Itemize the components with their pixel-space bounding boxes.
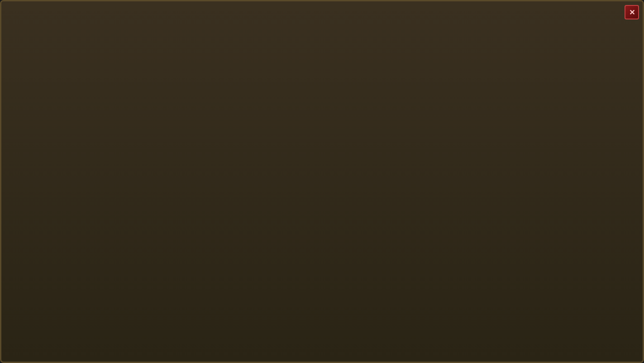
dungeons-category-card: Dungeons — [10, 122, 186, 192]
dungeons-slot-3-title: Complete 8 Heroic, Mythic, or Timewalkin… — [510, 127, 626, 134]
dungeons-slot-1-ilvl: (519 Myth) +8 — [247, 181, 279, 188]
raids-label: Raids — [17, 48, 42, 60]
lock-icon — [252, 79, 274, 100]
pvp-category-card: PvP — [10, 202, 186, 272]
svg-rect-31 — [562, 251, 563, 253]
dungeons-slot-2-ilvl: (519 Myth) +8 — [396, 181, 429, 188]
raids-slot-2-title: Defeat 4 Awakened Raid Bosses — [361, 47, 428, 54]
dungeons-slot-1-header: Complete 1 Heroic, Mythic, or Timewalkin… — [191, 123, 334, 147]
svg-point-2 — [96, 89, 100, 92]
svg-rect-28 — [412, 251, 413, 253]
pvp-lock-icon-3 — [551, 238, 573, 260]
great-vault-window: ✕ Add items to the Great Vault by comple… — [0, 0, 644, 363]
pvp-lock-icon-2 — [401, 238, 423, 260]
pvp-background — [10, 203, 185, 271]
pvp-reward-slots: Earn 1250 Honor from Rated PvP or Battle… — [191, 202, 634, 272]
raids-slot-2-progress: 0/4 — [472, 102, 479, 109]
pvp-slot-3-inner: Earn 5000 Honor from Rated PvP or Battle… — [490, 202, 634, 272]
dungeons-slot-2-header: Complete 4 Heroic, Mythic, or Timewalkin… — [341, 123, 484, 147]
raids-slot-2-header: Defeat 4 Awakened Raid Bosses — [341, 43, 484, 67]
raids-slot-1-image: 0/2 — [191, 67, 334, 112]
raids-slot-3-progress: 0/6 — [622, 102, 629, 109]
pvp-slot-2-image: 0/2500 — [341, 226, 484, 271]
header: Add items to the Great Vault by completi… — [1, 1, 643, 37]
pvp-slot-1-header: Earn 1250 Honor from Rated PvP or Battle… — [191, 203, 334, 226]
svg-rect-8 — [412, 92, 413, 94]
raids-slot-3-title: Defeat 6 Awakened Raid Bosses — [510, 47, 578, 54]
dungeons-slot-3-image: (515 Hero) +7 — [491, 147, 634, 191]
pvp-slot-3-header: Earn 5000 Honor from Rated PvP or Battle… — [491, 203, 634, 226]
raids-slot-1-title: Defeat 2 Awakened Raid Bosses — [211, 47, 279, 54]
raids-slot-2-inner: Defeat 4 Awakened Raid Bosses — [340, 43, 485, 113]
svg-point-1 — [94, 86, 101, 95]
dungeons-slot-2-title: Complete 4 Heroic, Mythic, or Timewalkin… — [361, 127, 476, 134]
svg-point-14 — [141, 169, 146, 182]
pvp-slot-2-checkbox — [344, 207, 357, 220]
raids-slot-1-progress: 0/2 — [323, 102, 330, 109]
pvp-slot-2-progress: 0/2500 — [464, 262, 479, 268]
pvp-slot-2: Earn 2500 Honor from Rated PvP or Battle… — [340, 202, 485, 272]
svg-point-18 — [156, 171, 160, 182]
dungeons-label: Dungeons — [17, 128, 62, 139]
dungeons-slot-2-checkbox — [344, 128, 357, 140]
raids-slot-2: Defeat 4 Awakened Raid Bosses — [340, 43, 485, 113]
header-line1: Add items to the Great Vault by completi… — [234, 11, 410, 18]
pvp-slot-3-checkbox — [494, 207, 507, 220]
raids-slot-3-image: 0/6 — [491, 67, 634, 112]
dungeons-reward-slots: Complete 1 Heroic, Mythic, or Timewalkin… — [191, 122, 634, 192]
dungeons-slot-2-inner: Complete 4 Heroic, Mythic, or Timewalkin… — [340, 122, 485, 192]
dungeons-slot-3-checkbox — [494, 128, 507, 140]
dungeons-slot-1[interactable]: Complete 1 Heroic, Mythic, or Timewalkin… — [191, 122, 335, 192]
pvp-lock-icon-1 — [252, 238, 274, 260]
raids-category-card: Raids — [10, 43, 186, 113]
dungeons-slot-3-inner: Complete 8 Heroic, Mythic, or Timewalkin… — [490, 122, 634, 192]
svg-point-21 — [134, 162, 138, 166]
raids-slot-3-inner: Defeat 6 Awakened Raid Bosses — [490, 43, 634, 113]
raids-slot-1-header: Defeat 2 Awakened Raid Bosses — [191, 43, 334, 67]
raids-slot-1-inner: Defeat 2 Awakened Raid Bosses — [191, 43, 335, 113]
raids-row: Raids Defeat 2 Awakened Raid Bosses — [10, 43, 634, 113]
pvp-slot-1-image: 0/1250 — [191, 226, 334, 271]
dungeon-scene-icon — [126, 146, 172, 187]
svg-rect-25 — [262, 251, 263, 253]
raids-slot-1-checkbox — [195, 48, 208, 61]
raids-slot-3-checkbox — [494, 48, 507, 61]
pvp-slot-1-inner: Earn 1250 Honor from Rated PvP or Battle… — [191, 202, 335, 272]
dungeons-pvp-divider — [14, 197, 630, 197]
raids-slot-1: Defeat 2 Awakened Raid Bosses — [191, 43, 335, 113]
pvp-slot-2-title: Earn 2500 Honor from Rated PvP or Battle… — [361, 206, 477, 214]
pvp-slot-3-title: Earn 5000 Honor from Rated PvP or Battle… — [510, 206, 626, 214]
close-button[interactable]: ✕ — [625, 5, 639, 19]
pvp-slot-3-image: 0/5000 — [491, 226, 634, 271]
svg-rect-13 — [164, 155, 169, 187]
svg-point-16 — [149, 171, 153, 182]
svg-point-19 — [156, 168, 160, 172]
svg-rect-11 — [562, 92, 563, 94]
svg-point-15 — [141, 166, 146, 170]
raids-slot-2-image: 0/4 — [341, 67, 484, 112]
svg-rect-5 — [262, 92, 263, 94]
svg-rect-12 — [129, 155, 134, 187]
pvp-item-icon — [68, 215, 127, 264]
header-line2: Once per week you may select a single re… — [258, 21, 386, 29]
dungeons-slot-2-image: (519 Myth) +8 — [341, 147, 484, 191]
raids-slot-3: Defeat 6 Awakened Raid Bosses — [490, 43, 634, 113]
raids-slot-3-header: Defeat 6 Awakened Raid Bosses — [491, 43, 634, 67]
dungeons-slot-2[interactable]: Complete 4 Heroic, Mythic, or Timewalkin… — [340, 122, 485, 192]
lock-icon-3 — [551, 79, 573, 100]
pvp-slot-1-checkbox — [195, 207, 208, 220]
svg-point-17 — [149, 168, 153, 172]
pvp-label: PvP — [17, 207, 35, 219]
dungeons-slot-1-inner: Complete 1 Heroic, Mythic, or Timewalkin… — [191, 122, 335, 192]
raids-dungeons-divider — [14, 117, 630, 118]
pvp-slot-3-progress: 0/5000 — [614, 262, 629, 268]
pvp-slot-1-progress: 0/1250 — [315, 262, 330, 268]
dungeons-slot-3-header: Complete 8 Heroic, Mythic, or Timewalkin… — [491, 123, 634, 147]
header-description: Add items to the Great Vault by completi… — [19, 10, 625, 30]
pvp-slot-2-header: Earn 2500 Honor from Rated PvP or Battle… — [341, 203, 484, 226]
pvp-slot-2-inner: Earn 2500 Honor from Rated PvP or Battle… — [340, 202, 485, 272]
dungeons-slot-1-title: Complete 1 Heroic, Mythic, or Timewalkin… — [211, 127, 324, 134]
raids-reward-slots: Defeat 2 Awakened Raid Bosses — [191, 43, 634, 113]
dungeons-slot-1-checkbox — [195, 128, 208, 140]
dungeons-slot-3[interactable]: Complete 8 Heroic, Mythic, or Timewalkin… — [490, 122, 634, 192]
